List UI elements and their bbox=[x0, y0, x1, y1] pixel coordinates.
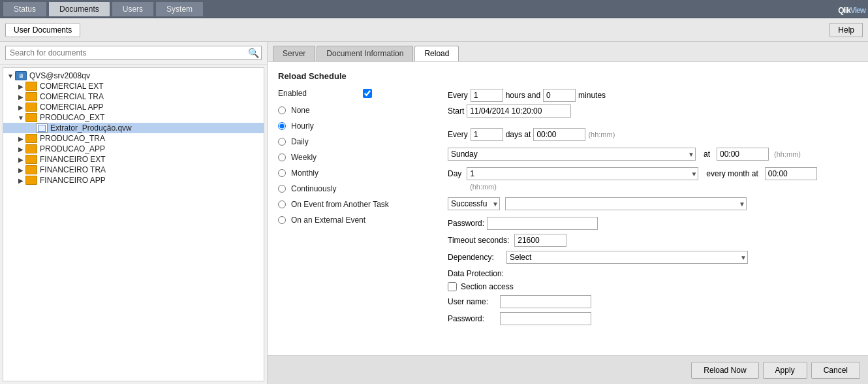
start-input[interactable] bbox=[467, 104, 571, 118]
tree-item-financeiro-tra[interactable]: ▶ FINANCEIRO TRA bbox=[3, 165, 264, 175]
event-status-select-wrap: SuccessfulFailed ▼ bbox=[448, 197, 500, 210]
reload-now-button[interactable]: Reload Now bbox=[691, 362, 758, 379]
toggle-financeiro-tra[interactable]: ▶ bbox=[16, 167, 25, 174]
label-extrator: Extrator_Produção.qvw bbox=[50, 123, 132, 133]
monthly-day-select[interactable]: 123 bbox=[467, 167, 698, 180]
folder-icon-financeiro-app bbox=[25, 176, 37, 185]
daily-hhmm: (hh:mm) bbox=[588, 131, 615, 138]
radio-daily-label: Daily bbox=[291, 137, 309, 146]
tree-root[interactable]: ▼ 🖥 QVS@srv2008qv bbox=[3, 71, 264, 81]
daily-every-label: Every bbox=[448, 130, 468, 139]
label-financeiro-tra: FINANCEIRO TRA bbox=[40, 165, 106, 174]
radio-on-event-task[interactable] bbox=[278, 200, 286, 208]
toggle-comercial-tra[interactable]: ▶ bbox=[16, 93, 25, 101]
radio-on-event-task-row: On Event from Another Task bbox=[278, 199, 422, 210]
tab-document-information[interactable]: Document Information bbox=[317, 46, 413, 61]
toggle-comercial-app[interactable]: ▶ bbox=[16, 104, 25, 111]
search-bar: 🔍 bbox=[0, 42, 267, 65]
tree-item-comercial-app[interactable]: ▶ COMERCIAL APP bbox=[3, 102, 264, 112]
password2-input[interactable] bbox=[500, 312, 591, 325]
toggle-financeiro-ext[interactable]: ▶ bbox=[16, 156, 25, 163]
user-documents-button[interactable]: User Documents bbox=[5, 23, 80, 37]
radio-on-external-event[interactable] bbox=[278, 216, 286, 224]
tree-item-extrator[interactable]: Extrator_Produção.qvw bbox=[3, 123, 264, 133]
radio-weekly-label: Weekly bbox=[291, 153, 317, 162]
dependency-select[interactable]: Select bbox=[506, 251, 748, 264]
daily-time-input[interactable] bbox=[533, 128, 585, 141]
section-access-label: Section access bbox=[461, 282, 514, 291]
daily-every-input[interactable] bbox=[471, 128, 503, 141]
left-panel: 🔍 ▼ 🖥 QVS@srv2008qv ▶ COMERCIAL EXT bbox=[0, 42, 268, 384]
radio-none-row: None bbox=[278, 104, 422, 116]
user-name-input[interactable] bbox=[500, 295, 591, 308]
tree-toggle-root[interactable]: ▼ bbox=[6, 72, 15, 80]
radio-continuously-row: Continuously bbox=[278, 183, 422, 195]
event-status-select[interactable]: SuccessfulFailed bbox=[448, 197, 500, 210]
radio-daily[interactable] bbox=[278, 138, 286, 146]
tree-panel: ▼ 🖥 QVS@srv2008qv ▶ COMERCIAL EXT ▶ COME… bbox=[3, 67, 264, 381]
tree-item-producao-tra[interactable]: ▶ PRODUCAO_TRA bbox=[3, 133, 264, 144]
timeout-input[interactable] bbox=[514, 234, 566, 247]
radio-hourly[interactable] bbox=[278, 122, 286, 130]
tree-item-comercial-tra[interactable]: ▶ COMERCIAL TRA bbox=[3, 91, 264, 102]
radio-none[interactable] bbox=[278, 106, 286, 114]
section-access-checkbox[interactable] bbox=[448, 282, 457, 291]
tab-status[interactable]: Status bbox=[3, 1, 47, 16]
radio-on-external-event-label: On an External Event bbox=[291, 216, 365, 225]
every-hours-input[interactable] bbox=[471, 89, 503, 102]
weekly-at-label: at bbox=[704, 150, 710, 159]
tree-item-producao-app[interactable]: ▶ PRODUCAO_APP bbox=[3, 144, 264, 154]
toggle-producao-app[interactable]: ▶ bbox=[16, 146, 25, 153]
password2-label: Password: bbox=[448, 314, 500, 323]
tab-reload[interactable]: Reload bbox=[414, 46, 459, 61]
label-financeiro-app: FINANCEIRO APP bbox=[40, 176, 106, 185]
password-input[interactable] bbox=[487, 217, 598, 230]
help-button[interactable]: Help bbox=[829, 23, 863, 37]
folder-icon-financeiro-ext bbox=[25, 155, 37, 164]
start-label: Start bbox=[448, 106, 464, 116]
toggle-financeiro-app[interactable]: ▶ bbox=[16, 177, 25, 184]
enabled-checkbox[interactable] bbox=[363, 89, 372, 98]
label-producao-tra: PRODUCAO_TRA bbox=[40, 134, 105, 143]
top-nav: Status Documents Users System QlikView bbox=[0, 0, 868, 18]
tree-item-financeiro-ext[interactable]: ▶ FINANCEIRO EXT bbox=[3, 154, 264, 165]
password-label: Password: bbox=[448, 219, 484, 228]
tab-system[interactable]: System bbox=[155, 1, 204, 16]
label-producao-app: PRODUCAO_APP bbox=[40, 144, 105, 153]
weekly-time-input[interactable] bbox=[717, 148, 769, 161]
radio-daily-row: Daily bbox=[278, 136, 422, 148]
radio-none-label: None bbox=[291, 106, 310, 115]
tree-item-comercial-ext[interactable]: ▶ COMERCIAL EXT bbox=[3, 81, 264, 91]
tab-users[interactable]: Users bbox=[112, 1, 154, 16]
radio-monthly[interactable] bbox=[278, 169, 286, 177]
weekly-day-select[interactable]: SundayMondayTuesdayWednesdayThursdayFrid… bbox=[448, 148, 696, 161]
radio-hourly-row: Hourly bbox=[278, 120, 422, 132]
toggle-producao-ext[interactable]: ▼ bbox=[16, 114, 25, 121]
tab-documents[interactable]: Documents bbox=[48, 1, 110, 16]
tree-root-label: QVS@srv2008qv bbox=[29, 71, 90, 80]
search-input[interactable] bbox=[5, 46, 262, 60]
radio-weekly-row: Weekly bbox=[278, 152, 422, 163]
toggle-comercial-ext[interactable]: ▶ bbox=[16, 83, 25, 90]
event-task-select[interactable] bbox=[505, 197, 747, 210]
tab-server[interactable]: Server bbox=[273, 46, 315, 61]
radio-weekly[interactable] bbox=[278, 153, 286, 161]
tree-item-financeiro-app[interactable]: ▶ FINANCEIRO APP bbox=[3, 175, 264, 185]
tree-item-producao-ext[interactable]: ▼ PRODUCAO_EXT bbox=[3, 112, 264, 123]
enabled-label: Enabled bbox=[278, 89, 363, 98]
cancel-button[interactable]: Cancel bbox=[811, 362, 860, 379]
data-protection-label: Data Protection: bbox=[448, 269, 858, 278]
timeout-label: Timeout seconds: bbox=[448, 236, 509, 245]
server-icon: 🖥 bbox=[15, 71, 27, 80]
folder-icon-financeiro-tra bbox=[25, 165, 37, 174]
bottom-bar: Reload Now Apply Cancel bbox=[268, 355, 868, 384]
monthly-day-select-wrap: 123 ▼ bbox=[467, 167, 698, 180]
every-minutes-input[interactable] bbox=[543, 89, 576, 102]
radio-continuously[interactable] bbox=[278, 185, 286, 193]
user-name-label: User name: bbox=[448, 297, 500, 306]
hours-and-label: hours and bbox=[506, 91, 540, 100]
monthly-time-input[interactable] bbox=[765, 167, 817, 180]
apply-button[interactable]: Apply bbox=[763, 362, 807, 379]
toggle-producao-tra[interactable]: ▶ bbox=[16, 135, 25, 142]
radio-continuously-label: Continuously bbox=[291, 184, 336, 193]
